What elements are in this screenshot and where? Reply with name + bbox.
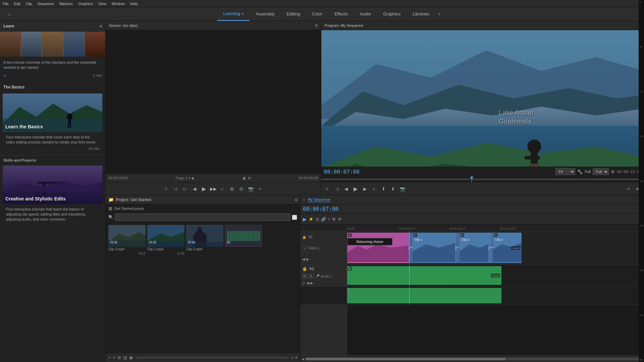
project-metadata-btn[interactable]: ▤	[123, 355, 127, 360]
learn-panel-menu-icon[interactable]: ≡	[100, 24, 102, 28]
home-button[interactable]: ⌂	[4, 9, 15, 19]
clip-item-audio[interactable]: ♪	[225, 225, 262, 350]
tab-effects[interactable]: Effects	[328, 7, 354, 21]
program-step-fwd[interactable]: ▶	[362, 186, 368, 191]
audio-track-m-btn[interactable]: M	[302, 274, 308, 279]
program-mark-out[interactable]: ▹	[371, 186, 378, 191]
project-list-view-btn[interactable]: ≡	[113, 355, 116, 360]
program-add[interactable]: +	[625, 186, 632, 191]
program-camera[interactable]: 📷	[399, 186, 406, 191]
lock-icon[interactable]: 🔒	[302, 235, 306, 239]
tutorial-card-basics[interactable]: Learn the Basics Four interactive tutori…	[3, 94, 103, 153]
menu-edit[interactable]: Edit	[14, 2, 20, 6]
menu-clip[interactable]: Clip	[26, 2, 32, 6]
menu-file[interactable]: File	[3, 2, 9, 6]
program-mark-in[interactable]: ▿	[324, 186, 331, 191]
clip-item-2[interactable]: 🎬 ♪ Clip 2.mp4	[186, 225, 223, 350]
tab-color[interactable]: Color	[306, 7, 328, 21]
timeline-close-btn[interactable]: ×	[303, 198, 305, 202]
timeline-snap-btn[interactable]: ⊡	[316, 217, 319, 222]
tutorial-card-creative[interactable]: Creative and Stylistic Edits Five intera…	[3, 166, 103, 224]
menu-help[interactable]: Help	[130, 2, 138, 6]
source-mark-next[interactable]: ▷	[182, 186, 189, 191]
audio-block-r[interactable]	[347, 288, 501, 303]
timeline-select-tool[interactable]: ▶	[303, 217, 307, 222]
source-mark-prev[interactable]: ◁	[172, 186, 179, 191]
menu-graphics[interactable]: Graphics	[78, 2, 93, 6]
timeline-zoom-out[interactable]: ◀	[302, 357, 304, 361]
timeline-scrollbar[interactable]	[305, 358, 639, 360]
audio-track-fwd2[interactable]: ▶	[310, 281, 313, 285]
source-icon-2[interactable]: ⊞	[248, 176, 251, 180]
clip-block-2[interactable]: fx Clip 2 Const	[493, 233, 522, 263]
learning-tab-menu-icon[interactable]: ≡	[241, 12, 244, 16]
project-new-bin-icon[interactable]: ⬜	[292, 215, 297, 220]
source-step-fwd[interactable]: ▶▶	[210, 186, 217, 191]
audio-track-back2[interactable]: ◀	[306, 281, 309, 285]
source-add[interactable]: +	[257, 186, 264, 191]
source-page-chevron[interactable]: ▾	[189, 176, 191, 180]
video-track-back[interactable]: ◀	[302, 257, 305, 261]
clip-block-3[interactable]: fx Clip 3	[460, 233, 491, 263]
video-track-eye-btn[interactable]: V	[302, 246, 307, 251]
source-mark-out[interactable]: ▹	[219, 186, 226, 191]
program-mark-prev[interactable]: ◁	[333, 186, 340, 191]
program-extract[interactable]: ⬇	[390, 186, 396, 191]
clip-returning-home[interactable]: fx Returning Home	[347, 233, 409, 263]
tab-assembly[interactable]: Assembly	[250, 7, 280, 21]
project-panel-menu[interactable]: ≡	[295, 197, 297, 202]
timeline-sequence-tab[interactable]: My Sequence	[308, 197, 330, 202]
audio-track-mic-icon[interactable]: 🎤	[315, 274, 320, 279]
menu-view[interactable]: View	[98, 2, 106, 6]
tab-graphics[interactable]: Graphics	[377, 7, 407, 21]
audio-track-gain[interactable]: ◎	[302, 281, 305, 285]
program-quality-select[interactable]: Full 1/2 1/4	[593, 168, 609, 175]
program-scrub-head[interactable]	[470, 177, 474, 183]
project-new-item-btn[interactable]: +	[108, 355, 111, 360]
menu-markers[interactable]: Markers	[59, 2, 73, 6]
menu-sequence[interactable]: Sequence	[38, 2, 54, 6]
source-overwrite[interactable]: ⊟	[238, 186, 245, 191]
tab-editing[interactable]: Editing	[281, 7, 306, 21]
source-camera[interactable]: 📷	[248, 186, 254, 191]
program-fit-select[interactable]: Fit 25% 50% 100%	[555, 168, 575, 175]
timeline-add-marker-btn[interactable]: ▿	[328, 217, 330, 222]
audio-track-s-btn[interactable]: S	[309, 274, 314, 279]
audio-block-main[interactable]: fx Const	[347, 266, 501, 285]
program-lift[interactable]: ⬆	[380, 186, 387, 191]
project-chevron[interactable]: ▾	[295, 355, 297, 360]
clip-item-1[interactable]: 🎬 ♪ Clip 1.mp4 5:15	[147, 225, 184, 350]
learn-intro-image[interactable]	[0, 32, 105, 57]
timeline-linked-btn[interactable]: 🔗	[321, 217, 326, 222]
source-play-button[interactable]: ▶	[201, 186, 207, 192]
program-step-back[interactable]: ◀	[343, 186, 350, 191]
program-scrub-bar[interactable]	[321, 177, 644, 183]
tab-libraries[interactable]: Libraries	[407, 7, 435, 21]
source-step-back[interactable]: ◀	[191, 186, 198, 191]
project-search-input[interactable]	[115, 214, 290, 221]
source-page-next[interactable]: ▶	[192, 176, 195, 180]
source-monitor-menu[interactable]: ≡	[315, 23, 318, 28]
video-track-fwd[interactable]: ▶	[306, 257, 309, 261]
timeline-hide-icon[interactable]: 👁	[338, 217, 342, 222]
project-freeform-btn[interactable]: ◉	[129, 355, 133, 360]
project-icon-view-btn[interactable]: ⊞	[117, 355, 121, 360]
source-icon-1[interactable]: ▣	[243, 176, 246, 180]
tab-audio[interactable]: Audio	[354, 7, 377, 21]
program-wrench-icon[interactable]: 🔧	[577, 169, 583, 174]
more-workspaces-button[interactable]: »	[435, 12, 443, 16]
program-settings-icon[interactable]: ⚙	[611, 169, 615, 174]
clip3-audio-icon: ♪	[114, 241, 117, 244]
clip-block-1[interactable]: fx Clip 1	[413, 233, 456, 263]
source-mark-in[interactable]: ▿	[163, 186, 170, 191]
project-menu-icon[interactable]: ≡	[291, 355, 293, 360]
clip-item-3[interactable]: 🎬 ♪ Clip 3.mp4 4:12	[108, 225, 145, 350]
menu-window[interactable]: Window	[112, 2, 125, 6]
timeline-settings-btn[interactable]: ⚙	[332, 217, 336, 222]
audio-lock-icon[interactable]: 🔒	[302, 266, 307, 271]
program-play-button[interactable]: ▶	[352, 186, 359, 192]
source-insert[interactable]: ⊞	[229, 186, 235, 191]
project-zoom-slider[interactable]	[136, 357, 287, 358]
timeline-ripple-tool[interactable]: ⚡	[309, 217, 314, 222]
tab-learning[interactable]: Learning ≡	[217, 7, 250, 21]
